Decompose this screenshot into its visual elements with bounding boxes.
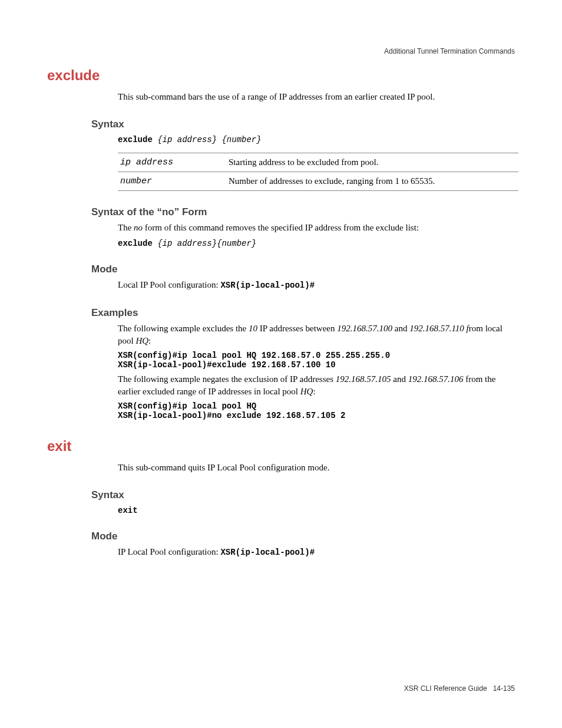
command-title-exit: exit	[47, 438, 515, 454]
param-table: ip address Starting address to be exclud…	[118, 153, 518, 191]
param-desc: Starting address to be excluded from poo…	[226, 153, 518, 172]
example2-code: XSR(config)#ip local pool HQ XSR(ip-loca…	[118, 401, 515, 420]
example1-text: The following example excludes the 10 IP…	[118, 322, 515, 347]
footer-page: 14-135	[493, 684, 515, 693]
syntax-args: {ip address} {number}	[153, 135, 262, 144]
command-title-exclude: exclude	[47, 67, 515, 84]
mode-label: Local IP Pool configuration:	[118, 280, 220, 289]
mode-prompt: XSR(ip-local-pool)#	[220, 548, 315, 557]
syntax-keyword: exclude	[118, 239, 153, 248]
footer-doc: XSR CLI Reference Guide	[404, 684, 487, 693]
mode-text: Local IP Pool configuration: XSR(ip-loca…	[118, 279, 515, 292]
code-line: XSR(ip-local-pool)#exclude 192.168.57.10…	[118, 360, 515, 370]
param-name: ip address	[118, 153, 226, 172]
subhead-noform: Syntax of the “no” Form	[91, 206, 515, 218]
table-row: number Number of addresses to exclude, r…	[118, 172, 518, 191]
table-row: ip address Starting address to be exclud…	[118, 153, 518, 172]
code-line: XSR(config)#ip local pool HQ	[118, 401, 515, 411]
exit-mode-text: IP Local Pool configuration: XSR(ip-loca…	[118, 546, 515, 559]
running-header: Additional Tunnel Termination Commands	[47, 47, 515, 55]
example1-code: XSR(config)#ip local pool HQ 192.168.57.…	[118, 351, 515, 370]
exit-syntax-line: exit	[118, 505, 515, 515]
subhead-exit-mode: Mode	[91, 531, 515, 542]
code-line: XSR(config)#ip local pool HQ 192.168.57.…	[118, 351, 515, 360]
noform-syntax-line: exclude {ip address}{number}	[118, 238, 515, 248]
page-footer: XSR CLI Reference Guide 14-135	[404, 684, 515, 693]
exclude-intro: This sub-command bars the use of a range…	[118, 91, 515, 103]
example2-text: The following example negates the exclus…	[118, 373, 515, 398]
syntax-keyword: exclude	[118, 135, 153, 144]
mode-label: IP Local Pool configuration:	[118, 547, 220, 556]
subhead-examples: Examples	[91, 307, 515, 319]
subhead-mode: Mode	[91, 263, 515, 275]
noform-em: no	[134, 223, 143, 232]
exclude-syntax-line: exclude {ip address} {number}	[118, 134, 515, 144]
code-line: XSR(ip-local-pool)#no exclude 192.168.57…	[118, 411, 515, 420]
syntax-args: {ip address}{number}	[153, 239, 256, 248]
param-name: number	[118, 172, 226, 191]
noform-text: The no form of this command removes the …	[118, 222, 515, 234]
subhead-exit-syntax: Syntax	[91, 489, 515, 501]
subhead-syntax: Syntax	[91, 118, 515, 130]
mode-prompt: XSR(ip-local-pool)#	[220, 281, 315, 290]
noform-prefix: The	[118, 223, 134, 232]
noform-suffix: form of this command removes the specifi…	[143, 223, 419, 232]
param-desc: Number of addresses to exclude, ranging …	[226, 172, 518, 191]
syntax-keyword: exit	[118, 506, 138, 515]
exit-intro: This sub-command quits IP Local Pool con…	[118, 462, 515, 474]
